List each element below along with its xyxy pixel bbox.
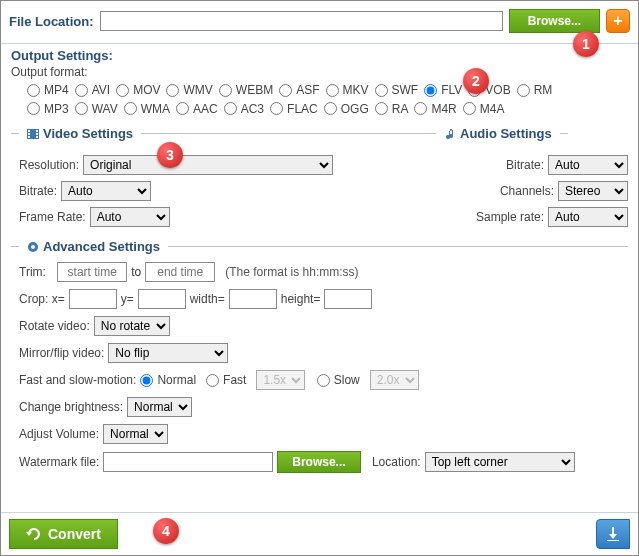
watermark-location-label: Location: (372, 455, 421, 469)
format-option-wmv[interactable]: WMV (166, 83, 212, 97)
formats-row-2: MP3WAVWMAAACAC3FLACOGGRAM4RM4A (11, 100, 628, 119)
format-option-asf[interactable]: ASF (279, 83, 319, 97)
crop-h-input[interactable] (324, 289, 372, 309)
output-settings-section: Output Settings: Output format: MP4AVIMO… (1, 44, 638, 120)
crop-w-label: width= (190, 292, 225, 306)
svg-rect-3 (28, 136, 30, 138)
samplerate-label: Sample rate: (476, 210, 544, 224)
format-option-mp3[interactable]: MP3 (27, 102, 69, 116)
gear-icon (27, 241, 39, 253)
speed-slow-select: 2.0x (370, 370, 419, 390)
crop-x-input[interactable] (69, 289, 117, 309)
rotate-select[interactable]: No rotate (94, 316, 170, 336)
output-format-label: Output format: (11, 65, 628, 79)
trim-start-input[interactable] (57, 262, 127, 282)
rotate-label: Rotate video: (19, 319, 90, 333)
output-settings-title: Output Settings: (11, 48, 628, 63)
crop-x-label: Crop: x= (19, 292, 65, 306)
samplerate-select[interactable]: Auto (548, 207, 628, 227)
video-bitrate-label: Bitrate: (19, 184, 57, 198)
brightness-label: Change brightness: (19, 400, 123, 414)
mirror-label: Mirror/flip video: (19, 346, 104, 360)
format-option-ac3[interactable]: AC3 (224, 102, 264, 116)
svg-rect-6 (36, 136, 38, 138)
format-option-ogg[interactable]: OGG (324, 102, 369, 116)
trim-note: (The format is hh:mm:ss) (225, 265, 358, 279)
browse-button[interactable]: Browse... (509, 9, 600, 33)
svg-rect-4 (36, 130, 38, 132)
format-option-m4r[interactable]: M4R (414, 102, 456, 116)
format-option-mp4[interactable]: MP4 (27, 83, 69, 97)
format-option-rm[interactable]: RM (517, 83, 553, 97)
format-option-webm[interactable]: WEBM (219, 83, 273, 97)
trim-to-label: to (131, 265, 141, 279)
convert-button[interactable]: Convert (9, 519, 118, 549)
volume-select[interactable]: Normal (103, 424, 168, 444)
crop-w-input[interactable] (229, 289, 277, 309)
crop-h-label: height= (281, 292, 321, 306)
speed-normal-radio[interactable] (140, 374, 153, 387)
framerate-label: Frame Rate: (19, 210, 86, 224)
trim-end-input[interactable] (145, 262, 215, 282)
footer-bar: Convert (1, 512, 638, 555)
svg-point-8 (31, 245, 35, 249)
brightness-select[interactable]: Normal (127, 397, 192, 417)
format-option-swf[interactable]: SWF (375, 83, 419, 97)
download-button[interactable] (596, 519, 630, 549)
audio-bitrate-select[interactable]: Auto (548, 155, 628, 175)
add-file-button[interactable]: + (606, 9, 630, 33)
video-bitrate-select[interactable]: Auto (61, 181, 151, 201)
formats-row-1: MP4AVIMOVWMVWEBMASFMKVSWFFLVVOBRM (11, 81, 628, 100)
svg-rect-5 (36, 133, 38, 135)
file-location-label: File Location: (9, 14, 94, 29)
watermark-location-select[interactable]: Top left corner (425, 452, 575, 472)
resolution-select[interactable]: Original (83, 155, 333, 175)
refresh-icon (26, 526, 42, 542)
mirror-select[interactable]: No flip (108, 343, 228, 363)
svg-rect-2 (28, 133, 30, 135)
speed-fast-radio[interactable] (206, 374, 219, 387)
crop-y-label: y= (121, 292, 134, 306)
framerate-select[interactable]: Auto (90, 207, 170, 227)
advanced-settings-title: Advanced Settings (43, 239, 160, 254)
crop-y-input[interactable] (138, 289, 186, 309)
speed-slow-radio[interactable] (317, 374, 330, 387)
channels-label: Channels: (500, 184, 554, 198)
settings-columns: Resolution: Original Bitrate: Auto Frame… (1, 149, 638, 233)
video-settings-panel: Resolution: Original Bitrate: Auto Frame… (1, 149, 438, 233)
audio-bitrate-label: Bitrate: (506, 158, 544, 172)
format-option-flac[interactable]: FLAC (270, 102, 318, 116)
watermark-label: Watermark file: (19, 455, 99, 469)
format-option-wav[interactable]: WAV (75, 102, 118, 116)
channels-select[interactable]: Stereo (558, 181, 628, 201)
format-option-wma[interactable]: WMA (124, 102, 170, 116)
video-settings-title: Video Settings (43, 126, 133, 141)
file-location-input[interactable] (100, 11, 503, 31)
format-option-ra[interactable]: RA (375, 102, 409, 116)
format-option-avi[interactable]: AVI (75, 83, 110, 97)
audio-icon (444, 128, 456, 140)
format-option-m4a[interactable]: M4A (463, 102, 505, 116)
svg-rect-1 (28, 130, 30, 132)
trim-label: Trim: (19, 265, 46, 279)
audio-settings-panel: Bitrate: Auto Channels: Stereo Sample ra… (438, 149, 638, 233)
audio-settings-title: Audio Settings (460, 126, 552, 141)
format-option-mov[interactable]: MOV (116, 83, 160, 97)
format-option-mkv[interactable]: MKV (326, 83, 369, 97)
film-icon (27, 128, 39, 140)
volume-label: Adjust Volume: (19, 427, 99, 441)
watermark-input[interactable] (103, 452, 273, 472)
speed-fast-select: 1.5x (256, 370, 305, 390)
advanced-settings-panel: Trim: to (The format is hh:mm:ss) Crop: … (1, 262, 638, 473)
format-option-vob[interactable]: VOB (468, 83, 510, 97)
resolution-label: Resolution: (19, 158, 79, 172)
video-audio-header: Video Settings Audio Settings (1, 120, 638, 149)
watermark-browse-button[interactable]: Browse... (277, 451, 360, 473)
format-option-aac[interactable]: AAC (176, 102, 218, 116)
format-option-flv[interactable]: FLV (424, 83, 462, 97)
file-location-row: File Location: Browse... + (1, 1, 638, 44)
download-icon (605, 526, 621, 542)
speed-label: Fast and slow-motion: (19, 373, 136, 387)
